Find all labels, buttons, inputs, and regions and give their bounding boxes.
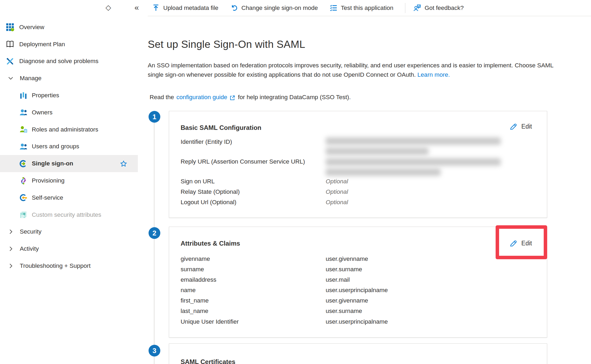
- sidebar-menu: Overview Deployment Plan Diagnose and so…: [0, 19, 138, 274]
- claim-row: emailaddress user.mail: [181, 274, 388, 285]
- configuration-guide-line: Read the configuration guide for help in…: [150, 94, 351, 101]
- sidebar-item-provisioning[interactable]: Provisioning: [0, 172, 138, 189]
- redacted-value: [326, 137, 501, 145]
- card-title: Attributes & Claims: [181, 240, 240, 247]
- intro-text: An SSO implementation based on federatio…: [148, 62, 553, 78]
- field-value: Optional: [326, 199, 348, 206]
- sidebar-controls: ◇ «: [106, 2, 138, 13]
- sidebar-item-label: Properties: [32, 92, 59, 99]
- sidebar-item-manage[interactable]: Manage: [0, 70, 138, 87]
- command-bar: Upload metadata file Change single sign-…: [148, 0, 591, 16]
- redacted-value: [326, 168, 441, 176]
- sidebar-item-activity[interactable]: Activity: [0, 240, 138, 257]
- claim-name: last_name: [181, 306, 326, 316]
- sidebar-item-custom-security-attributes[interactable]: Custom security attributes: [0, 206, 138, 223]
- edit-basic-saml-button[interactable]: Edit: [509, 122, 532, 131]
- field-label: Identifier (Entity ID): [181, 138, 232, 145]
- field-label: Sign on URL: [181, 178, 215, 185]
- chevron-down-icon: [7, 75, 14, 82]
- field-label: Relay State (Optional): [181, 188, 240, 195]
- sidebar-item-label: Provisioning: [32, 177, 65, 184]
- read-prefix: Read the: [150, 94, 174, 101]
- feedback-button[interactable]: Got feedback?: [413, 4, 464, 12]
- change-sso-mode-button[interactable]: Change single sign-on mode: [230, 4, 318, 12]
- claim-name: emailaddress: [181, 274, 326, 285]
- pencil-icon: [509, 239, 518, 247]
- upload-icon: [152, 4, 160, 12]
- claim-value: user.userprincipalname: [326, 285, 388, 295]
- step-2-badge: 2: [149, 227, 160, 239]
- collapse-sidebar-icon[interactable]: «: [134, 2, 138, 13]
- sidebar-item-single-sign-on[interactable]: Single sign-on: [0, 155, 138, 172]
- chevron-right-icon: [7, 229, 14, 235]
- external-link-icon: [230, 95, 235, 101]
- test-application-button[interactable]: Test this application: [330, 4, 393, 12]
- key-ring-icon: [19, 193, 28, 202]
- claim-row: name user.userprincipalname: [181, 285, 388, 295]
- sidebar-item-users-and-groups[interactable]: Users and groups: [0, 138, 138, 155]
- saml-certificates-card: SAML Certificates: [169, 343, 547, 364]
- sidebar-item-label: Deployment Plan: [19, 41, 65, 48]
- provisioning-icon: [19, 177, 28, 185]
- card-title: SAML Certificates: [181, 358, 235, 364]
- redacted-value: [326, 158, 501, 166]
- sidebar-item-roles-and-administrators[interactable]: Roles and administrators: [0, 121, 138, 138]
- chevron-right-icon: [7, 246, 14, 252]
- claim-name: first_name: [181, 295, 326, 306]
- configuration-guide-link[interactable]: configuration guide: [176, 94, 227, 101]
- step-3-badge: 3: [149, 345, 160, 357]
- sidebar-item-diagnose-and-solve-problems[interactable]: Diagnose and solve problems: [0, 53, 138, 70]
- claims-table: givenname user.givenname surname user.su…: [181, 254, 388, 327]
- step-1-badge: 1: [149, 111, 160, 123]
- toolbar-label: Change single sign-on mode: [241, 5, 318, 11]
- toolbar-label: Test this application: [341, 5, 393, 11]
- toolbar-divider: [405, 3, 405, 13]
- sidebar-item-label: Custom security attributes: [32, 211, 101, 218]
- person-cube-icon: [19, 125, 28, 134]
- steps-connector-line: [154, 117, 154, 364]
- field-label: Logout Url (Optional): [181, 199, 236, 206]
- claim-name: surname: [181, 264, 326, 274]
- sidebar-item-label: Roles and administrators: [32, 126, 98, 133]
- sidebar-item-label: Owners: [32, 109, 53, 116]
- sidebar-item-label: Single sign-on: [32, 160, 73, 167]
- sidebar-item-troubleshooting-support[interactable]: Troubleshooting + Support: [0, 257, 138, 274]
- sidebar-item-owners[interactable]: Owners: [0, 104, 138, 121]
- claim-value: user.surname: [326, 264, 362, 274]
- chevron-right-icon: [7, 263, 14, 269]
- sidebar-item-label: Overview: [19, 24, 44, 31]
- app-window: ◇ « Overview Deployment Plan Diagn: [0, 0, 591, 364]
- sidebar-item-label: Security: [20, 228, 41, 235]
- claim-row: first_name user.givenname: [181, 295, 388, 306]
- claim-value: user.userprincipalname: [326, 316, 388, 327]
- resize-panel-icon[interactable]: ◇: [106, 2, 111, 13]
- field-label: Reply URL (Assertion Consumer Service UR…: [181, 158, 305, 165]
- toolbar-label: Upload metadata file: [163, 5, 218, 11]
- favorite-star-icon[interactable]: [120, 160, 127, 167]
- sidebar-item-label: Activity: [20, 245, 39, 252]
- toolbar-label: Got feedback?: [425, 5, 464, 11]
- upload-metadata-button[interactable]: Upload metadata file: [152, 4, 218, 12]
- claim-value: user.givenname: [326, 254, 368, 264]
- read-suffix: for help integrating DataCamp (SSO Test)…: [238, 94, 351, 101]
- sidebar: ◇ « Overview Deployment Plan Diagn: [0, 0, 138, 364]
- sidebar-item-security[interactable]: Security: [0, 223, 138, 241]
- claim-name: givenname: [181, 254, 326, 264]
- edit-label: Edit: [521, 123, 532, 130]
- sidebar-item-label: Manage: [20, 75, 41, 82]
- field-value: Optional: [326, 188, 348, 195]
- sidebar-item-deployment-plan[interactable]: Deployment Plan: [0, 36, 138, 53]
- attributes-claims-card: Attributes & Claims Edit givenname user.…: [169, 227, 547, 338]
- claim-row: surname user.surname: [181, 264, 388, 274]
- document-attributes-icon: [19, 211, 28, 219]
- learn-more-link[interactable]: Learn more.: [417, 71, 450, 78]
- people-icon: [19, 142, 28, 151]
- claim-name: Unique User Identifier: [181, 316, 326, 327]
- sidebar-item-self-service[interactable]: Self-service: [0, 189, 138, 206]
- claim-name: name: [181, 285, 326, 295]
- sidebar-item-properties[interactable]: Properties: [0, 87, 138, 104]
- claim-value: user.givenname: [326, 295, 368, 306]
- edit-attributes-claims-button[interactable]: Edit: [509, 239, 532, 247]
- sidebar-item-overview[interactable]: Overview: [0, 19, 138, 36]
- sliders-bars-icon: [19, 91, 28, 100]
